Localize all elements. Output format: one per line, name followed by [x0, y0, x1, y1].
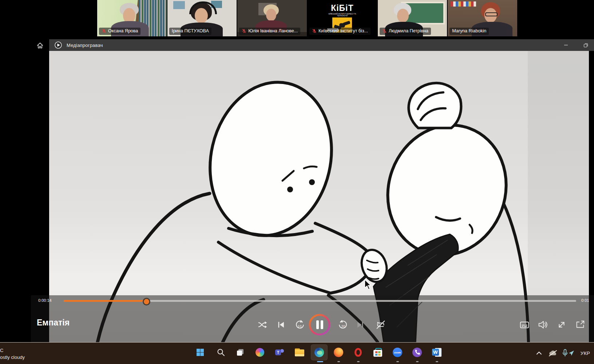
edge-running-indicator — [317, 361, 323, 362]
pause-icon — [308, 313, 331, 336]
person-glasses — [485, 12, 498, 16]
mic-off-icon — [102, 29, 106, 33]
participant-name: Людмила Петрівна — [389, 28, 428, 34]
next-track-button[interactable] — [354, 318, 367, 331]
fullscreen-button[interactable] — [555, 318, 568, 331]
location-in-use-tray[interactable] — [567, 348, 575, 358]
weather-widget[interactable]: C ostly cloudy — [0, 347, 25, 361]
participant-name: Maryna Riabokin — [452, 28, 486, 34]
elapsed-time: 0:00:14 — [38, 298, 52, 303]
viber-icon — [412, 348, 422, 357]
start-button[interactable] — [192, 344, 209, 360]
person-face — [266, 9, 276, 21]
viber-button[interactable]: 406 — [409, 344, 425, 360]
firefox-icon — [334, 348, 343, 357]
mic-off-icon — [242, 29, 246, 33]
next-icon — [355, 320, 365, 330]
word-icon: W — [432, 348, 441, 357]
teams-icon: T — [275, 348, 284, 357]
participant-name-label: Ірина ПЄТУХОВА — [169, 28, 211, 35]
shuffle-button[interactable] — [256, 318, 269, 331]
zoom-button[interactable]: zoom — [389, 344, 406, 360]
fullscreen-icon — [556, 319, 567, 330]
window-title: Медіапрогравач — [67, 43, 103, 48]
copilot-button[interactable] — [252, 344, 268, 360]
skip-back-10-icon: 10 — [294, 319, 305, 331]
participant-tile-oksana[interactable]: Оксана Ярова — [97, 0, 167, 36]
participant-name: Київський інститут біз... — [318, 28, 368, 34]
windows-taskbar: C ostly cloudy T — [0, 342, 594, 364]
search-button[interactable] — [213, 344, 229, 360]
firefox-running-indicator — [337, 361, 340, 362]
participant-name-label: Оксана Ярова — [99, 28, 140, 35]
media-title: Емпатія — [37, 318, 70, 328]
participant-tile-iryna[interactable]: Ірина ПЄТУХОВА — [167, 0, 237, 36]
person-face — [397, 9, 409, 23]
opera-icon — [355, 348, 362, 357]
home-button[interactable] — [35, 41, 45, 50]
participant-name: Юлія Іванівна Ланове... — [248, 28, 298, 34]
volume-icon — [537, 319, 548, 330]
mini-player-button[interactable] — [574, 318, 587, 331]
flags — [451, 1, 476, 7]
restore-icon — [583, 43, 588, 48]
participant-tile-maryna[interactable]: Maryna Riabokin — [448, 0, 517, 36]
microsoft-store-icon — [373, 348, 382, 357]
mic-off-icon — [312, 29, 317, 33]
participant-name-label: Юлія Іванівна Ланове... — [239, 28, 300, 35]
task-view-button[interactable] — [232, 344, 249, 360]
repeat-off-icon — [375, 319, 386, 330]
previous-track-button[interactable] — [274, 318, 288, 331]
seek-slider[interactable] — [64, 300, 576, 302]
participant-name-label: Київський інститут біз... — [309, 28, 371, 35]
edge-button[interactable] — [311, 344, 328, 360]
mouse-cursor — [364, 279, 372, 290]
media-player-app-icon — [54, 41, 62, 49]
chevron-up-icon — [536, 351, 542, 355]
skip-forward-30-icon: 30 — [337, 319, 349, 331]
minimize-button[interactable] — [558, 39, 574, 51]
wall-picture — [173, 1, 185, 9]
weather-condition: ostly cloudy — [0, 354, 25, 361]
volume-button[interactable] — [536, 318, 549, 331]
hidden-icons-button[interactable] — [534, 348, 544, 358]
onedrive-tray-button[interactable] — [547, 348, 558, 358]
previous-icon — [276, 320, 286, 330]
participant-tile-yuliia-active-speaker[interactable]: Юлія Іванівна Ланове... — [237, 0, 307, 36]
skip-forward-30-button[interactable]: 30 — [337, 318, 350, 331]
skip-back-10-button[interactable]: 10 — [293, 318, 306, 331]
file-explorer-button[interactable] — [291, 344, 308, 360]
firefox-button[interactable] — [330, 344, 347, 360]
repeat-off-button[interactable] — [374, 318, 387, 331]
cloud-offline-icon — [548, 349, 558, 357]
window-titlebar[interactable]: Медіапрогравач — [49, 39, 594, 51]
mini-player-icon — [575, 319, 586, 330]
seek-progress — [64, 300, 146, 302]
opera-running-indicator — [357, 361, 360, 362]
minimize-icon — [564, 43, 568, 47]
participant-tile-kibit[interactable]: КіБіТ КИЇВСЬКИЙ ІНСТИТУТ БІЗНЕСУ ТА ТЕХН… — [308, 0, 377, 36]
participant-name: Оксана Ярова — [108, 28, 138, 34]
pause-button[interactable] — [308, 313, 331, 336]
language-switcher[interactable]: УКР — [578, 348, 593, 358]
teams-button[interactable]: T — [271, 344, 288, 360]
participant-name: Ірина ПЄТУХОВА — [172, 28, 209, 34]
opera-button[interactable] — [350, 344, 367, 360]
word-button[interactable]: W — [428, 344, 445, 360]
captions-button[interactable] — [518, 318, 531, 331]
shuffle-icon — [257, 319, 268, 330]
microphone-icon — [562, 349, 568, 357]
player-control-overlay: 0:00:14 0:01 Емпатія 10 — [31, 295, 594, 342]
edge-icon — [314, 348, 324, 357]
microsoft-store-button[interactable] — [369, 344, 386, 360]
location-arrow-icon — [568, 350, 575, 356]
keyboard-language: УКР — [581, 351, 590, 356]
svg-text:10: 10 — [298, 324, 302, 328]
weather-temp: C — [0, 347, 25, 354]
restore-button[interactable] — [578, 39, 594, 51]
participant-tile-liudmyla[interactable]: Людмила Петрівна — [378, 0, 447, 36]
seek-thumb[interactable] — [143, 298, 150, 305]
windows-logo-icon — [196, 348, 205, 357]
home-icon — [36, 41, 44, 49]
file-explorer-icon — [295, 348, 304, 356]
